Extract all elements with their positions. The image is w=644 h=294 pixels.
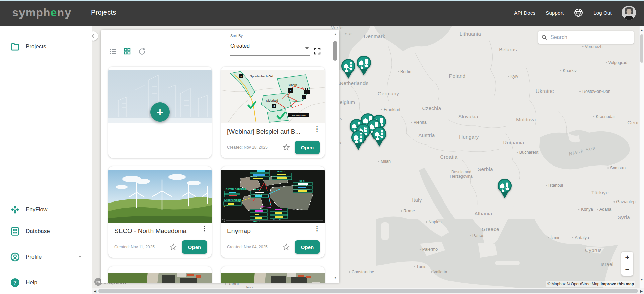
project-title: [Webinar] Beispiel auf B... bbox=[227, 128, 309, 135]
project-map-pin[interactable] bbox=[341, 59, 356, 79]
sidebar: Projects EnyFlow Dat bbox=[0, 26, 92, 294]
svg-text:Silbern: Silbern bbox=[288, 83, 297, 87]
scroll-up-icon[interactable]: ▲ bbox=[640, 28, 644, 32]
fullscreen-button[interactable] bbox=[313, 47, 322, 56]
star-icon bbox=[169, 243, 177, 251]
globe-icon bbox=[574, 8, 583, 17]
scroll-down-icon[interactable]: ▼ bbox=[640, 278, 644, 281]
window-vertical-scrollbar[interactable]: ▲ ▼ bbox=[639, 26, 644, 288]
svg-text:Knotenpunkt: Knotenpunkt bbox=[292, 114, 306, 117]
sympheny-logo[interactable]: sympheny bbox=[12, 6, 71, 19]
refresh-icon bbox=[138, 47, 146, 56]
attribution-mapbox[interactable]: © Mapbox bbox=[547, 282, 566, 286]
chevron-down-icon bbox=[305, 47, 309, 49]
favorite-star-button[interactable] bbox=[282, 143, 290, 151]
card-menu-button[interactable]: ⋮ bbox=[200, 226, 209, 236]
scroll-left-icon[interactable]: ◀ bbox=[92, 289, 98, 293]
project-thumbnail-windfarm bbox=[108, 170, 212, 223]
sidebar-item-label: Projects bbox=[26, 43, 46, 50]
open-project-button[interactable]: Open bbox=[295, 141, 320, 154]
sidebar-item-profile[interactable]: Profile bbox=[0, 248, 92, 266]
sidebar-item-label: Profile bbox=[26, 254, 42, 260]
fullscreen-icon bbox=[314, 48, 321, 55]
svg-text:Hub 3: Hub 3 bbox=[277, 170, 285, 173]
scroll-right-icon[interactable]: ▶ bbox=[639, 289, 644, 293]
project-card-enymap[interactable]: Thermal networks Export/Import Hub 2 Hub… bbox=[221, 166, 325, 258]
open-project-button[interactable]: Open bbox=[182, 240, 207, 254]
panel-scrollbar-thumb[interactable] bbox=[333, 41, 337, 61]
top-navigation-bar: sympheny Projects API Docs Support Log O… bbox=[0, 0, 644, 26]
card-menu-button[interactable]: ⋮ bbox=[312, 226, 322, 236]
svg-text:Export/Import: Export/Import bbox=[224, 198, 241, 201]
favorite-star-button[interactable] bbox=[282, 243, 290, 251]
card-menu-button[interactable]: ⋮ bbox=[312, 126, 322, 137]
user-avatar[interactable] bbox=[622, 6, 636, 20]
create-project-button[interactable]: + bbox=[150, 102, 170, 122]
sidebar-item-projects[interactable]: Projects bbox=[0, 38, 92, 56]
created-date: Created: Nov 18, 2025 bbox=[227, 145, 268, 150]
window-top-edge bbox=[0, 0, 644, 1]
project-card-partial[interactable] bbox=[108, 266, 212, 283]
refresh-button[interactable] bbox=[135, 45, 149, 58]
card-footer: Created: Nov 11, 2025 Open bbox=[114, 240, 207, 254]
sidebar-item-database[interactable]: Database bbox=[0, 223, 92, 240]
svg-text:Spreitenbach Ost: Spreitenbach Ost bbox=[250, 75, 273, 78]
project-map-pin[interactable] bbox=[497, 179, 512, 199]
project-thumbnail-satellite bbox=[108, 270, 212, 283]
search-icon bbox=[542, 34, 547, 40]
vertical-scrollbar-thumb[interactable] bbox=[640, 34, 643, 63]
project-title: SECO - North Macedonia bbox=[114, 227, 196, 235]
grid-view-icon bbox=[124, 48, 131, 55]
folder-icon bbox=[10, 42, 20, 52]
project-title: Enymap bbox=[227, 227, 309, 235]
project-card-webinar[interactable]: 5 2 1 3 Spreitenbach Ost Silbern Niderfe… bbox=[221, 67, 325, 158]
star-icon bbox=[282, 143, 290, 151]
project-map-pin[interactable] bbox=[356, 56, 372, 76]
project-map-pin[interactable] bbox=[351, 130, 366, 150]
app-window: Northe aaseaBlack SeaDenmarkLithuaniaBel… bbox=[0, 0, 644, 294]
svg-text:5: 5 bbox=[240, 75, 242, 78]
panel-scrollbar[interactable]: ▲ ▼ bbox=[331, 30, 339, 283]
project-card-partial[interactable] bbox=[221, 266, 325, 283]
navbar-actions: API Docs Support Log Out bbox=[514, 0, 636, 26]
search-input[interactable] bbox=[550, 34, 630, 41]
project-card-seco[interactable]: SECO - North Macedonia ⋮ Created: Nov 11… bbox=[108, 166, 212, 258]
new-project-card[interactable]: + bbox=[108, 67, 212, 158]
sidebar-item-label: EnyFlow bbox=[26, 206, 47, 213]
horizontal-scrollbar-thumb[interactable] bbox=[98, 289, 638, 293]
card-footer: Created: Nov 04, 2025 Open bbox=[227, 240, 320, 254]
attribution-osm[interactable]: © OpenStreetMap bbox=[567, 282, 599, 286]
sidebar-item-label: Help bbox=[26, 279, 37, 286]
map-zoom-control: + − bbox=[621, 252, 633, 276]
svg-text:2: 2 bbox=[290, 89, 291, 92]
created-date: Created: Nov 04, 2025 bbox=[227, 245, 268, 249]
map-attribution: © Mapbox © OpenStreetMap Improve this ma… bbox=[546, 281, 635, 287]
chevron-down-icon[interactable] bbox=[78, 254, 82, 260]
sort-by-select[interactable]: Sort By Created bbox=[230, 33, 310, 57]
select-underline bbox=[230, 55, 310, 56]
help-icon: ? bbox=[10, 278, 20, 288]
svg-text:3: 3 bbox=[273, 105, 275, 108]
scroll-up-icon[interactable]: ▲ bbox=[331, 32, 339, 36]
list-view-icon bbox=[109, 48, 117, 55]
attribution-improve-link[interactable]: Improve this map bbox=[601, 282, 634, 286]
window-horizontal-scrollbar[interactable]: ◀ ▶ bbox=[92, 288, 644, 294]
svg-text:1: 1 bbox=[303, 96, 305, 99]
open-project-button[interactable]: Open bbox=[295, 240, 320, 254]
sort-by-value: Created bbox=[230, 43, 250, 49]
project-map-pin[interactable] bbox=[372, 127, 387, 147]
favorite-star-button[interactable] bbox=[169, 243, 177, 251]
sidebar-item-help[interactable]: ? Help bbox=[0, 274, 92, 291]
language-globe-button[interactable] bbox=[574, 8, 583, 17]
zoom-out-button[interactable]: − bbox=[621, 264, 633, 276]
zoom-in-button[interactable]: + bbox=[621, 252, 633, 264]
list-view-button[interactable] bbox=[106, 45, 120, 58]
scroll-down-icon[interactable]: ▼ bbox=[331, 275, 339, 279]
log-out-button[interactable]: Log Out bbox=[593, 10, 612, 16]
enyflow-icon bbox=[10, 205, 20, 215]
support-link[interactable]: Support bbox=[546, 10, 564, 16]
sort-by-label: Sort By bbox=[230, 34, 243, 38]
grid-view-button[interactable] bbox=[121, 45, 134, 58]
api-docs-link[interactable]: API Docs bbox=[514, 10, 535, 16]
sidebar-item-enyflow[interactable]: EnyFlow bbox=[0, 201, 92, 218]
